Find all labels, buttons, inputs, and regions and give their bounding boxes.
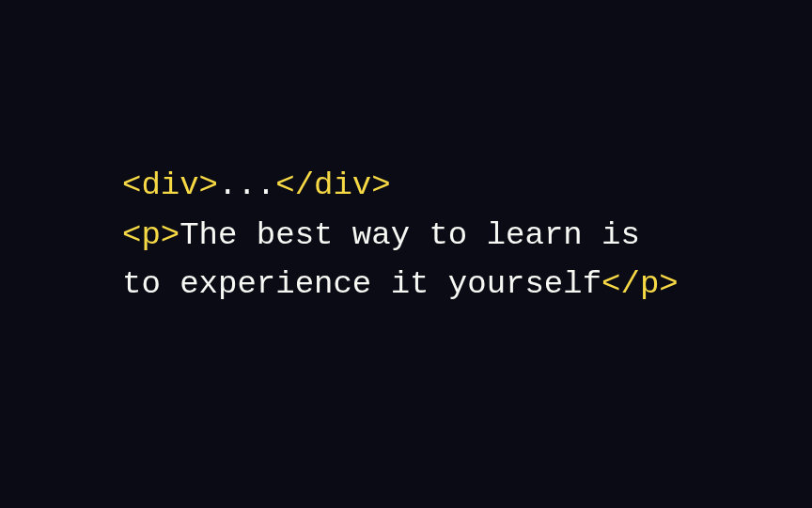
code-line-2: <p>The best way to learn is to experienc…: [122, 211, 690, 310]
tag-open-div: <div>: [122, 167, 218, 203]
tag-close-div: </div>: [275, 167, 390, 203]
code-snippet: <div>...</div> <p>The best way to learn …: [0, 161, 812, 347]
code-line-1: <div>...</div>: [122, 161, 690, 211]
tag-open-p: <p>: [122, 217, 180, 253]
ellipsis-text: ...: [218, 167, 275, 203]
paragraph-text: The best way to learn is to experience i…: [122, 217, 659, 303]
tag-close-p: </p>: [601, 266, 679, 302]
